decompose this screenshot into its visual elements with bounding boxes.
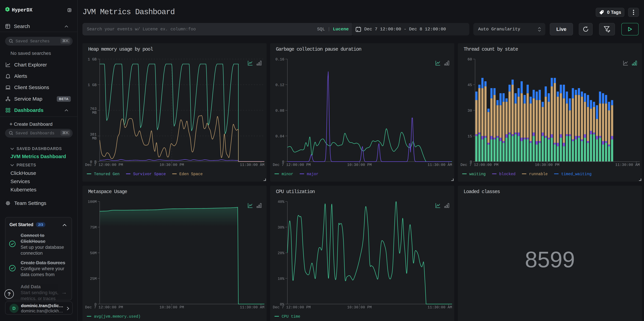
svg-text:0.12: 0.12 [275,83,284,87]
svg-text:CPU time: CPU time [282,315,300,319]
svg-text:45: 45 [468,83,472,87]
svg-text:Dec 7 12:00:00 PM: Dec 7 12:00:00 PM [273,163,311,167]
svg-text:30: 30 [468,109,472,113]
svg-text:1 GB: 1 GB [88,57,97,62]
svg-text:11:30:00 AM: 11:30:00 AM [240,163,264,167]
svg-text:40%: 40% [278,200,284,204]
svg-text:20%: 20% [278,251,284,255]
svg-text:blocked: blocked [499,172,516,176]
svg-text:0.16: 0.16 [275,57,284,62]
svg-text:Eden Space: Eden Space [180,172,203,176]
svg-text:100M: 100M [88,200,97,204]
svg-text:25M: 25M [90,277,97,281]
svg-text:11:30:00 AM: 11:30:00 AM [428,163,452,167]
svg-text:11:30:00 AM: 11:30:00 AM [240,305,264,310]
svg-text:11:30:00 AM: 11:30:00 AM [428,305,452,310]
svg-text:50M: 50M [90,251,97,255]
svg-text:waiting: waiting [469,172,486,176]
svg-text:MB: MB [92,136,97,141]
svg-text:Dec 7 12:00:00 PM: Dec 7 12:00:00 PM [85,163,123,167]
svg-text:major: major [307,172,318,176]
svg-text:10:30:00 PM: 10:30:00 PM [535,163,559,167]
svg-text:Dec 7 12:00:00 PM: Dec 7 12:00:00 PM [273,305,311,310]
svg-text:Dec 7 12:00:00 PM: Dec 7 12:00:00 PM [85,305,123,310]
svg-text:15: 15 [468,134,472,139]
svg-text:0.08: 0.08 [275,109,284,113]
svg-text:30%: 30% [278,225,284,230]
svg-text:1 GB: 1 GB [88,83,97,87]
svg-text:Survivor Space: Survivor Space [133,172,166,176]
svg-text:timed_waiting: timed_waiting [561,172,592,176]
svg-text:runnable: runnable [529,172,548,176]
svg-text:10:30:00 PM: 10:30:00 PM [347,305,372,310]
svg-text:avg(jvm.memory.used): avg(jvm.memory.used) [94,315,140,319]
svg-text:10:30:00 PM: 10:30:00 PM [160,305,184,310]
svg-text:60: 60 [468,57,472,62]
svg-text:763: 763 [90,107,97,111]
svg-text:minor: minor [282,172,293,176]
svg-text:75M: 75M [90,225,97,230]
svg-text:8599: 8599 [525,247,575,272]
svg-text:Dec 7 12:00:00 PM: Dec 7 12:00:00 PM [460,163,498,167]
svg-text:0.04: 0.04 [275,134,284,139]
svg-text:10%: 10% [278,277,284,281]
svg-text:10:30:00 PM: 10:30:00 PM [347,163,372,167]
svg-text:Tenured Gen: Tenured Gen [94,172,120,176]
svg-text:381: 381 [90,132,97,137]
svg-text:11:30:00 AM: 11:30:00 AM [615,163,640,167]
svg-text:MB: MB [92,111,97,115]
svg-text:10:30:00 PM: 10:30:00 PM [160,163,184,167]
